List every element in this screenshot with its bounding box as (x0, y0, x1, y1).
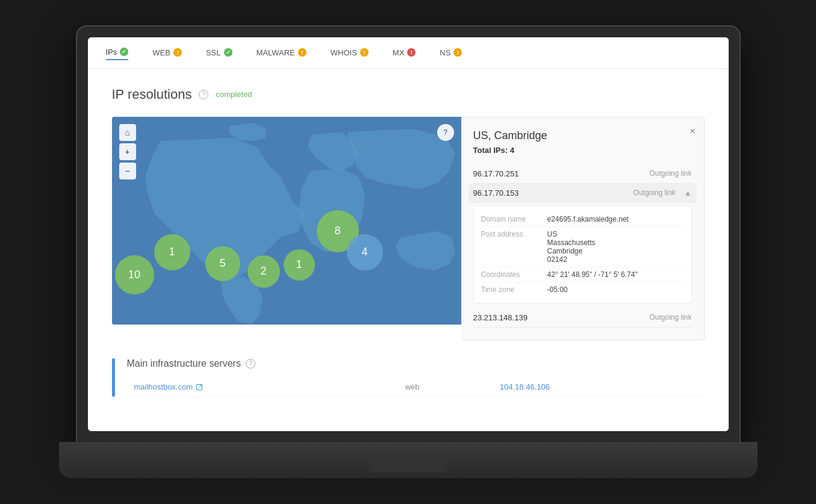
outgoing-link-label: Outgoing link (634, 188, 676, 197)
infra-domain[interactable]: mailhostbox.com ↗ (127, 378, 398, 397)
nav-label-mx: MX (393, 48, 405, 57)
outgoing-link-label: Outgoing link (649, 169, 691, 178)
nav-badge-web: ! (173, 48, 182, 57)
bubble-6[interactable]: 4 (347, 234, 383, 270)
main-content: IP resolutions ? completed (88, 69, 729, 431)
section-header: IP resolutions ? completed (112, 87, 705, 102)
map-help-button[interactable]: ? (437, 124, 454, 141)
bubble-0[interactable]: 10 (115, 255, 154, 294)
ip-detail-value: US Massachusetts Cambridge 02142 (547, 230, 596, 264)
ip-detail-value: -05:00 (547, 285, 568, 294)
infra-section: Main infrastructure servers ? mailhostbo… (112, 358, 705, 397)
nav-item-mx[interactable]: MX! (393, 46, 416, 60)
ip-row-right: Outgoing link (649, 313, 691, 322)
ip-detail-label: Time zone (481, 285, 547, 294)
bubble-3[interactable]: 2 (248, 255, 280, 288)
nav-badge-malware: ! (298, 48, 307, 57)
ip-detail-row: Time zone-05:00 (481, 282, 684, 297)
map-zoom-in-button[interactable]: + (119, 143, 136, 160)
nav-label-ns: NS (440, 48, 450, 57)
infra-title: Main infrastructure servers ? (127, 358, 705, 369)
infra-help-icon[interactable]: ? (246, 359, 255, 369)
ip-row-right: Outgoing link▲ (634, 188, 692, 198)
infra-content: Main infrastructure servers ? mailhostbo… (127, 358, 705, 397)
trackpad (372, 454, 444, 472)
map-controls: ⌂ + − (119, 124, 136, 179)
nav-label-ips: IPs (106, 48, 117, 57)
infra-title-text: Main infrastructure servers (127, 358, 241, 369)
ip-detail-label: Post address (481, 230, 547, 264)
map-home-button[interactable]: ⌂ (119, 124, 136, 141)
map-zoom-out-button[interactable]: − (119, 163, 136, 179)
ip-row[interactable]: 96.17.70.251Outgoing link (473, 164, 692, 184)
map-panel-container: 10152184 ⌂ + − ? × US, Cambridge T (112, 117, 705, 340)
infra-type: web (398, 378, 493, 397)
status-badge: completed (216, 90, 252, 99)
info-panel: × US, Cambridge Total IPs: 4 96.17.70.25… (461, 117, 705, 340)
nav-label-malware: MALWARE (257, 48, 295, 57)
nav-item-ssl[interactable]: SSL✓ (206, 46, 232, 60)
ip-detail-row: Post addressUS Massachusetts Cambridge 0… (481, 227, 684, 267)
infra-table-row: mailhostbox.com ↗web104.18.46.106 (127, 378, 705, 397)
nav-label-web: WEB (152, 48, 170, 57)
nav-badge-whois: ! (360, 48, 369, 57)
ip-detail-label: Domain name (481, 215, 547, 223)
ip-row[interactable]: 96.17.70.153Outgoing link▲ (469, 184, 697, 203)
outgoing-link-label: Outgoing link (649, 313, 691, 322)
bubble-1[interactable]: 1 (154, 234, 190, 270)
info-panel-total-ips: Total IPs: 4 (473, 146, 692, 155)
expand-icon[interactable]: ▲ (684, 188, 692, 198)
bubble-4[interactable]: 1 (284, 249, 315, 281)
blue-accent-bar (112, 358, 115, 397)
section-title: IP resolutions (112, 87, 192, 102)
ip-row-right: Outgoing link (649, 169, 691, 178)
section-help-icon[interactable]: ? (199, 90, 208, 99)
nav-badge-ips: ✓ (120, 48, 128, 56)
nav-item-ips[interactable]: IPs✓ (106, 45, 129, 60)
nav-item-ns[interactable]: NS! (440, 46, 462, 60)
infra-table: mailhostbox.com ↗web104.18.46.106 (127, 378, 705, 397)
laptop-base (59, 442, 758, 478)
ip-detail-row: Coordinates42° 21' 48.95" / -71° 5' 6.74… (481, 267, 684, 282)
ip-detail-value: e24695.f.akamaiedge.net (547, 215, 629, 223)
info-panel-close-button[interactable]: × (690, 126, 695, 137)
info-panel-title: US, Cambridge (473, 129, 692, 142)
map-area: 10152184 ⌂ + − ? (112, 117, 461, 325)
ip-list: 96.17.70.251Outgoing link96.17.70.153Out… (473, 164, 692, 328)
nav-badge-ssl: ✓ (224, 48, 232, 57)
ip-address: 96.17.70.153 (473, 188, 519, 198)
ip-details-box: Domain namee24695.f.akamaiedge.netPost a… (473, 205, 692, 303)
nav-item-malware[interactable]: MALWARE! (257, 46, 307, 60)
ip-detail-label: Coordinates (481, 270, 547, 279)
nav-badge-mx: ! (407, 48, 416, 57)
nav-label-ssl: SSL (206, 48, 221, 57)
ip-address: 96.17.70.251 (473, 169, 519, 178)
bubble-2[interactable]: 5 (205, 246, 240, 281)
nav-label-whois: WHOIS (331, 48, 357, 57)
nav-badge-ns: ! (453, 48, 462, 57)
ip-detail-value: 42° 21' 48.95" / -71° 5' 6.74" (547, 270, 638, 279)
ip-row[interactable]: 23.213.148.139Outgoing link (473, 308, 692, 328)
nav-item-web[interactable]: WEB! (152, 46, 182, 60)
world-map (112, 117, 461, 325)
ip-address: 23.213.148.139 (473, 313, 528, 322)
nav-item-whois[interactable]: WHOIS! (331, 46, 369, 60)
infra-ip[interactable]: 104.18.46.106 (493, 378, 705, 397)
nav-bar: IPs✓WEB!SSL✓MALWARE!WHOIS!MX!NS! (88, 37, 729, 69)
ip-detail-row: Domain namee24695.f.akamaiedge.net (481, 212, 684, 227)
